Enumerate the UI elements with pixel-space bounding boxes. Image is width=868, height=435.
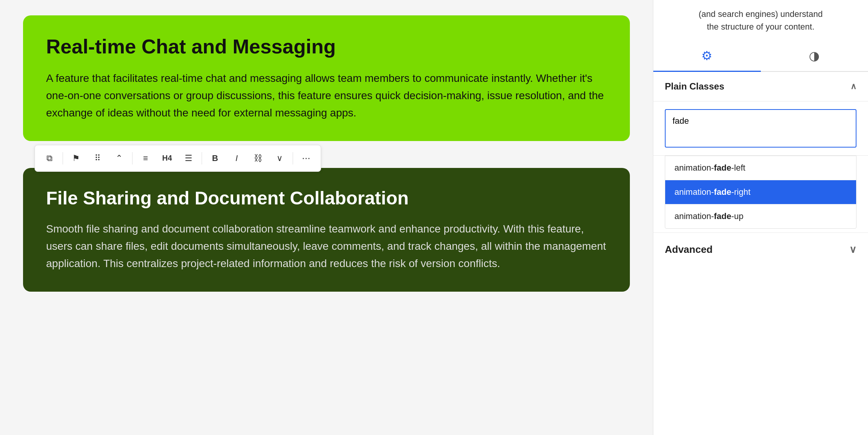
dark-card-body: Smooth file sharing and document collabo… (46, 221, 607, 272)
divider-4 (293, 152, 293, 164)
move-button[interactable]: ⌃ (109, 148, 129, 168)
divider-3 (202, 152, 202, 164)
copy-button[interactable]: ⧉ (40, 148, 60, 168)
suggestions-dropdown: animation-fade-left animation-fade-right… (665, 156, 856, 229)
plain-classes-collapse-icon: ∧ (850, 81, 856, 91)
plain-classes-input-area: fade (653, 101, 868, 156)
plain-classes-header[interactable]: Plain Classes ∧ (653, 72, 868, 101)
h4-button[interactable]: H4 (157, 148, 177, 168)
advanced-section[interactable]: Advanced ∨ (653, 232, 868, 266)
options-button[interactable]: ⋯ (296, 148, 316, 168)
formatting-toolbar: ⧉ ⚑ ⠿ ⌃ ≡ H4 ☰ B I ⛓ ∨ ⋯ (35, 145, 321, 172)
dark-card: File Sharing and Document Collaboration … (23, 168, 630, 292)
green-card-title: Real-time Chat and Messaging (46, 35, 607, 58)
advanced-label: Advanced (665, 244, 712, 256)
advanced-chevron-icon: ∨ (849, 244, 856, 256)
italic-button[interactable]: I (227, 148, 247, 168)
plain-classes-input[interactable]: fade (665, 109, 856, 148)
contrast-icon: ◑ (809, 48, 820, 63)
dark-card-title: File Sharing and Document Collaboration (46, 187, 607, 209)
plain-classes-label: Plain Classes (665, 81, 724, 92)
suggestion-fade-up[interactable]: animation-fade-up (665, 204, 856, 228)
divider-2 (132, 152, 133, 164)
bold-button[interactable]: B (205, 148, 225, 168)
more-dropdown-button[interactable]: ∨ (270, 148, 290, 168)
link-button[interactable]: ⛓ (248, 148, 268, 168)
align-center-button[interactable]: ☰ (179, 148, 199, 168)
align-button[interactable]: ≡ (136, 148, 156, 168)
tab-settings[interactable]: ⚙ (653, 41, 761, 72)
sidebar-desc-line2: the structure of your content. (707, 22, 814, 32)
suggestion-fade-left[interactable]: animation-fade-left (665, 156, 856, 180)
main-content: Real-time Chat and Messaging A feature t… (0, 0, 653, 435)
sidebar-desc-line1: (and search engines) understand (699, 9, 823, 19)
gear-icon: ⚙ (701, 48, 712, 63)
divider-1 (63, 152, 63, 164)
suggestion-fade-right[interactable]: animation-fade-right (665, 180, 856, 204)
bookmark-button[interactable]: ⚑ (66, 148, 86, 168)
drag-button[interactable]: ⠿ (88, 148, 108, 168)
tab-contrast[interactable]: ◑ (761, 41, 868, 72)
sidebar-description: (and search engines) understand the stru… (653, 0, 868, 33)
sidebar-tabs: ⚙ ◑ (653, 41, 868, 72)
right-sidebar: (and search engines) understand the stru… (653, 0, 868, 435)
green-card: Real-time Chat and Messaging A feature t… (23, 15, 630, 141)
green-card-body: A feature that facilitates real-time cha… (46, 70, 607, 121)
